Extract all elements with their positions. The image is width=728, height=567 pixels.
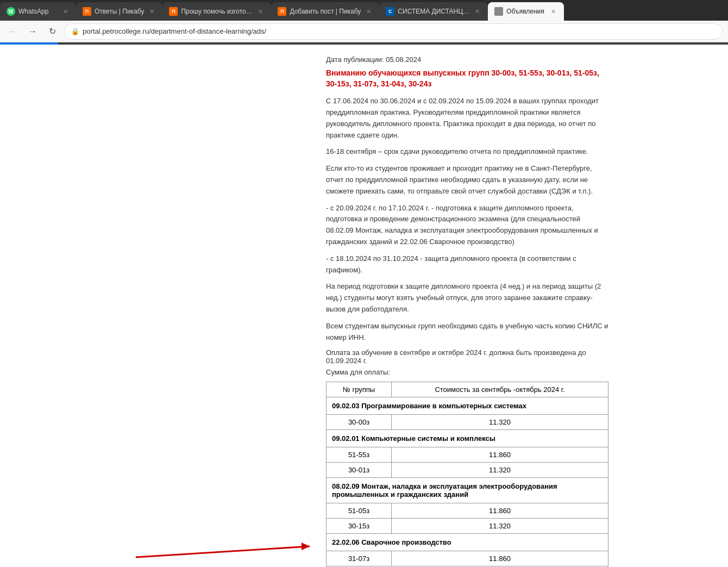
section-2-header: 09.02.01 Компьютерные системы и комплекс… <box>327 430 608 447</box>
tab-pikaboo-answers-close[interactable]: ✕ <box>147 7 156 16</box>
tab-ads[interactable]: Объявления ✕ <box>488 2 564 21</box>
tab-pikaboo-help[interactable]: П Прошу помочь изготовить де ✕ <box>162 2 271 21</box>
paragraph-4: - с 20.09.2024 г. по 17.10.2024 г. - под… <box>326 203 608 248</box>
pikaboo-favicon-2: П <box>169 7 178 16</box>
paragraph-2: 16-18 сентября – срок сдачи руководителю… <box>326 146 608 158</box>
tab-sistema-close[interactable]: ✕ <box>473 7 481 16</box>
table-row: 51-05з 11.860 <box>327 503 608 519</box>
whatsapp-favicon: W <box>7 7 15 16</box>
pikaboo-favicon-3: П <box>278 7 286 16</box>
tab-sistema[interactable]: С СИСТЕМА ДИСТАНЦИОННОГО ✕ <box>379 2 488 21</box>
cost-cell: 11.320 <box>392 519 608 534</box>
headline: Вниманию обучающихся выпускных групп 30-… <box>326 68 608 89</box>
tab-whatsapp-close[interactable]: ✕ <box>61 7 70 16</box>
payment-sum-label: Сумма для оплаты: <box>326 368 608 376</box>
table-row: 31-07з 11.860 <box>327 551 608 566</box>
svg-marker-1 <box>302 543 310 550</box>
group-cell: 51-05з <box>327 503 392 519</box>
address-text: portal.petrocollege.ru/department-of-dis… <box>83 27 266 35</box>
ads-favicon <box>494 7 503 16</box>
paragraph-7: Всем студентам выпускных групп необходим… <box>326 321 608 344</box>
group-cell: 30-15з <box>327 519 392 534</box>
tab-pikaboo-add[interactable]: П Добавить пост | Пикабу ✕ <box>271 2 379 21</box>
pikaboo-favicon-1: П <box>83 7 91 16</box>
section-4-header: 22.02.06 Сварочное производство <box>327 534 608 551</box>
address-bar[interactable]: 🔒 portal.petrocollege.ru/department-of-d… <box>64 23 723 40</box>
tab-pikaboo-answers[interactable]: П Ответы | Пикабу ✕ <box>76 2 162 21</box>
paragraph-1: С 17.06.2024 по 30.06.2024 и с 02.09.202… <box>326 96 608 141</box>
reload-button[interactable]: ↻ <box>45 24 60 39</box>
cost-cell: 11.860 <box>392 447 608 463</box>
group-cell: 31-07з <box>327 551 392 566</box>
tab-pikaboo-add-label: Добавить пост | Пикабу <box>290 8 361 15</box>
cost-cell: 11.320 <box>392 415 608 430</box>
browser-chrome: W WhatsApp ✕ П Ответы | Пикабу ✕ П Прошу… <box>0 0 728 45</box>
tab-ads-label: Объявления <box>506 8 545 15</box>
payment-table: № группы Стоимость за сентябрь -октябрь … <box>326 382 608 567</box>
group-cell: 51-55з <box>327 447 392 463</box>
svg-line-0 <box>136 546 310 557</box>
col-header-group: № группы <box>327 382 392 397</box>
col-header-cost: Стоимость за сентябрь -октябрь 2024 г. <box>392 382 608 397</box>
cost-cell: 11.860 <box>392 503 608 519</box>
table-row: 30-00з 11.320 <box>327 415 608 430</box>
forward-button[interactable]: → <box>25 24 40 39</box>
paragraph-3: Если кто-то из студентов проживает и про… <box>326 163 608 197</box>
petro-favicon: С <box>386 7 394 16</box>
paragraph-6: На период подготовки к защите дипломного… <box>326 281 608 315</box>
tab-sistema-label: СИСТЕМА ДИСТАНЦИОННОГО <box>398 8 469 15</box>
nav-bar: ← → ↻ 🔒 portal.petrocollege.ru/departmen… <box>0 21 728 42</box>
paragraph-5: - с 18.10.2024 по 31.10.2024 - защита ди… <box>326 253 608 276</box>
tab-whatsapp[interactable]: W WhatsApp ✕ <box>0 2 76 21</box>
section-1-header: 09.02.03 Программирование в компьютерных… <box>327 397 608 415</box>
tab-pikaboo-help-close[interactable]: ✕ <box>256 7 265 16</box>
table-row: 51-55з 11.860 <box>327 447 608 463</box>
section-3-header: 08.02.09 Монтаж, наладка и эксплуатация … <box>327 478 608 503</box>
tab-whatsapp-label: WhatsApp <box>18 8 58 15</box>
content-area: Дата публикации: 05.08.2024 Вниманию обу… <box>120 45 608 567</box>
lock-icon: 🔒 <box>71 28 79 35</box>
back-button[interactable]: ← <box>5 24 21 39</box>
tab-pikaboo-answers-label: Ответы | Пикабу <box>95 8 144 15</box>
cost-cell: 11.320 <box>392 463 608 478</box>
tab-bar: W WhatsApp ✕ П Ответы | Пикабу ✕ П Прошу… <box>0 0 728 21</box>
pub-date: Дата публикации: 05.08.2024 <box>326 55 608 64</box>
tab-ads-close[interactable]: ✕ <box>549 7 557 16</box>
cost-cell: 11.860 <box>392 551 608 566</box>
table-row: 30-15з 11.320 <box>327 519 608 534</box>
group-cell: 30-01з <box>327 463 392 478</box>
table-row: 30-01з 11.320 <box>327 463 608 478</box>
tab-pikaboo-help-label: Прошу помочь изготовить де <box>181 8 253 15</box>
group-cell: 30-00з <box>327 415 392 430</box>
tab-pikaboo-add-close[interactable]: ✕ <box>364 7 373 16</box>
page-content: Дата публикации: 05.08.2024 Вниманию обу… <box>0 45 728 567</box>
payment-note: Оплата за обучение в сентябре и октябре … <box>326 348 608 365</box>
arrow-annotation <box>109 527 326 567</box>
